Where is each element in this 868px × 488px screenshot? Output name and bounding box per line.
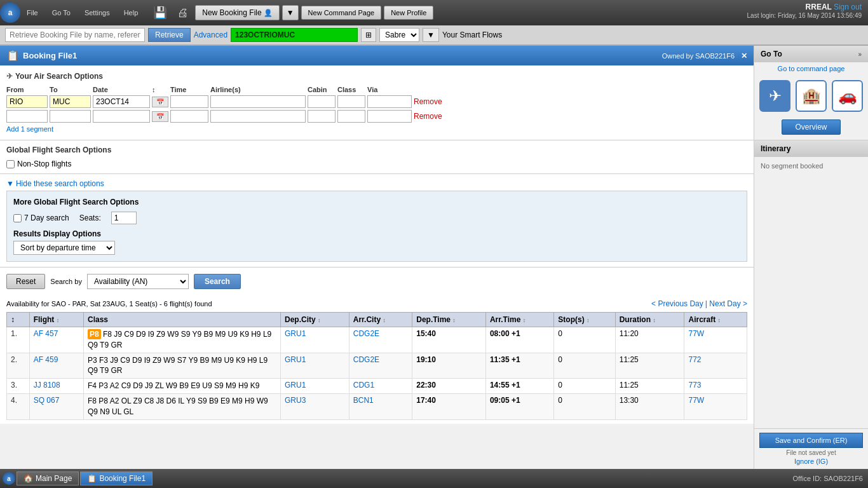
- dep-city-link[interactable]: GRU1: [285, 329, 306, 338]
- signout-link[interactable]: Sign out: [834, 3, 862, 11]
- seven-day-checkbox-label[interactable]: 7 Day search: [13, 214, 69, 222]
- flight-link[interactable]: AF 457: [34, 329, 58, 338]
- via-input-1[interactable]: [367, 95, 412, 108]
- results-display-title: Results Display Options: [13, 229, 740, 238]
- to-input-1[interactable]: [50, 95, 91, 108]
- save-icon-btn[interactable]: 💾: [149, 4, 171, 21]
- ignore-link[interactable]: Ignore (IG): [759, 458, 863, 465]
- next-day-link[interactable]: Next Day >: [709, 299, 747, 308]
- date-input-1[interactable]: [93, 95, 150, 108]
- arr-time-cell: 14:55 +1: [485, 379, 553, 394]
- sabre-select[interactable]: Sabre: [379, 28, 419, 42]
- goto-expand-arrow[interactable]: »: [858, 51, 862, 58]
- reset-button[interactable]: Reset: [6, 274, 45, 289]
- calendar-btn-1[interactable]: 📅: [152, 97, 168, 107]
- remove-link-1[interactable]: Remove: [414, 97, 452, 106]
- new-booking-button[interactable]: New Booking File 👤: [195, 5, 279, 20]
- search-by-select[interactable]: Availability (AN) Timetable (TN) Direct …: [87, 274, 189, 289]
- class-input-2[interactable]: [337, 110, 365, 123]
- advanced-link[interactable]: Advanced: [194, 30, 227, 39]
- goto-command-link[interactable]: Go to command page: [754, 62, 868, 75]
- airlines-input-2[interactable]: [210, 110, 306, 123]
- dep-city-link[interactable]: GRU1: [285, 355, 306, 364]
- col-header-duration[interactable]: Duration ↕: [615, 313, 684, 327]
- command-icon-button[interactable]: ⊞: [361, 28, 376, 42]
- aircraft-link[interactable]: 77W: [688, 396, 704, 405]
- booking-file-icon: 📋: [87, 474, 97, 483]
- to-input-2[interactable]: [50, 110, 91, 123]
- flight-link[interactable]: JJ 8108: [34, 381, 60, 390]
- col-header-deptime[interactable]: Dep.Time ↕: [412, 313, 486, 327]
- arr-city-link[interactable]: CDG1: [353, 381, 374, 390]
- menu-settings[interactable]: Settings: [78, 6, 116, 19]
- cabin-input-2[interactable]: [308, 110, 336, 123]
- command-input[interactable]: [231, 28, 358, 42]
- print-icon-btn[interactable]: 🖨: [173, 5, 193, 21]
- airlines-input-1[interactable]: [210, 95, 306, 108]
- flight-link[interactable]: SQ 067: [34, 396, 60, 405]
- menu-goto[interactable]: Go To: [46, 6, 77, 19]
- goto-hotel-icon[interactable]: 🏨: [796, 80, 827, 112]
- arr-city-link[interactable]: CDG2E: [353, 329, 379, 338]
- stops-cell: 0: [554, 379, 615, 394]
- aircraft-link[interactable]: 773: [688, 381, 701, 390]
- via-input-2[interactable]: [367, 110, 412, 123]
- col-to: To: [50, 86, 91, 93]
- save-confirm-button[interactable]: Save and Confirm (ER): [759, 433, 863, 448]
- arr-city-link[interactable]: BCN1: [353, 396, 374, 405]
- aircraft-link[interactable]: 772: [688, 355, 701, 364]
- main-page-taskbar-btn[interactable]: 🏠 Main Page: [17, 471, 79, 485]
- class-input-1[interactable]: [337, 95, 365, 108]
- dep-city-link[interactable]: GRU1: [285, 381, 306, 390]
- nonstop-checkbox[interactable]: [6, 160, 15, 168]
- booking-close-button[interactable]: ✕: [741, 51, 747, 60]
- retrieve-button[interactable]: Retrieve: [148, 28, 191, 42]
- hide-options-link[interactable]: ▼ Hide these search options: [6, 180, 104, 187]
- seven-day-checkbox[interactable]: [13, 214, 22, 222]
- dep-time-cell: 17:40: [412, 393, 486, 419]
- nonstop-checkbox-label[interactable]: Non-Stop flights: [6, 159, 747, 168]
- col-from: From: [6, 86, 48, 93]
- prev-day-link[interactable]: < Previous Day: [651, 299, 703, 308]
- col-header-arrtime[interactable]: Arr.Time ↕: [485, 313, 553, 327]
- date-input-2[interactable]: [93, 110, 150, 123]
- booking-file-taskbar-btn[interactable]: 📋 Booking File1: [80, 471, 153, 485]
- app-logo[interactable]: a: [0, 3, 20, 23]
- from-input-2[interactable]: [6, 110, 48, 123]
- col-header-aircraft[interactable]: Aircraft ↕: [684, 313, 747, 327]
- aircraft-link[interactable]: 77W: [688, 329, 704, 338]
- from-input-1[interactable]: [6, 95, 48, 108]
- dep-time-cell: 22:30: [412, 379, 486, 394]
- new-profile-button[interactable]: New Profile: [384, 6, 433, 20]
- col-date: Date: [93, 86, 150, 93]
- booking-panel: 📋 Booking File1 Owned by SAOB221F6 ✕ ✈ Y…: [0, 46, 754, 469]
- remove-link-2[interactable]: Remove: [414, 112, 452, 121]
- add-segment-link[interactable]: Add 1 segment: [6, 125, 53, 133]
- dep-city-link[interactable]: GRU3: [285, 396, 306, 405]
- flight-link-cell: SQ 067: [29, 393, 83, 419]
- calendar-btn-2[interactable]: 📅: [152, 111, 168, 122]
- cabin-input-1[interactable]: [308, 95, 336, 108]
- retrieve-input[interactable]: [5, 28, 145, 42]
- sort-select[interactable]: Sort by departure time Sort by arrival t…: [13, 241, 115, 255]
- arr-city-link[interactable]: CDG2E: [353, 355, 379, 364]
- col-header-flight[interactable]: Flight ↕: [29, 313, 83, 327]
- flight-link[interactable]: AF 459: [34, 355, 58, 364]
- col-header-depcity[interactable]: Dep.City ↕: [280, 313, 349, 327]
- overview-button[interactable]: Overview: [782, 119, 840, 135]
- search-button[interactable]: Search: [194, 274, 241, 289]
- menu-file[interactable]: File: [20, 6, 44, 19]
- col-header-class[interactable]: Class: [83, 313, 280, 327]
- time-input-2[interactable]: [170, 110, 208, 123]
- sabre-dropdown-btn[interactable]: ▼: [423, 28, 439, 42]
- col-header-sort[interactable]: ↕: [7, 313, 30, 327]
- time-input-1[interactable]: [170, 95, 208, 108]
- goto-car-icon[interactable]: 🚗: [832, 80, 863, 112]
- seats-input[interactable]: [111, 212, 137, 224]
- new-command-button[interactable]: New Command Page: [301, 6, 382, 20]
- new-booking-dropdown[interactable]: ▼: [282, 5, 299, 20]
- goto-flight-icon[interactable]: ✈: [759, 80, 790, 112]
- col-header-stops[interactable]: Stop(s) ↕: [554, 313, 615, 327]
- col-header-arrcity[interactable]: Arr.City ↕: [349, 313, 412, 327]
- menu-help[interactable]: Help: [118, 6, 145, 19]
